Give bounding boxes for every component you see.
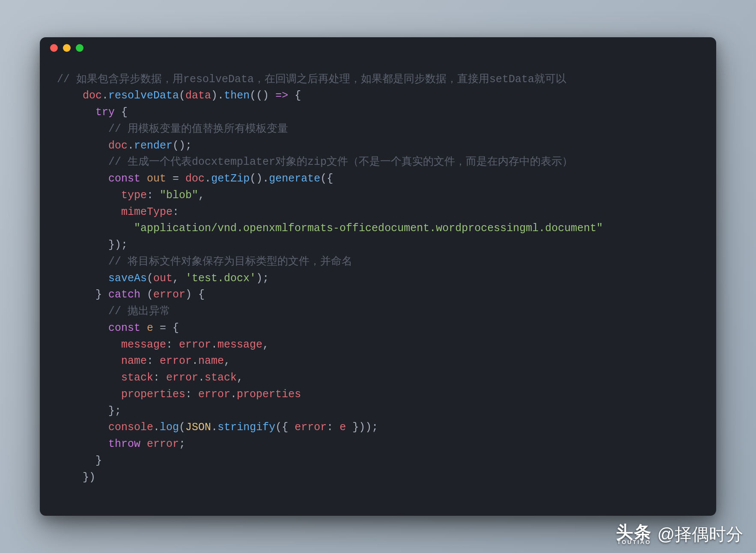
code-ident: doc — [83, 89, 102, 102]
code-punct: ({ — [275, 421, 295, 434]
code-comment: // 生成一个代表docxtemplater对象的zip文件（不是一个真实的文件… — [108, 156, 573, 168]
code-punct: = { — [153, 322, 179, 334]
code-key: mimeType — [121, 206, 173, 218]
close-dot-icon[interactable] — [50, 44, 58, 52]
code-punct: : — [147, 189, 160, 202]
code-punct: ( — [179, 421, 185, 434]
code-punct: . — [211, 421, 217, 434]
code-var: out — [147, 172, 166, 185]
code-punct: { — [115, 106, 128, 119]
code-method: getZip — [211, 172, 250, 185]
code-punct: } — [95, 455, 102, 467]
code-punct: : — [173, 206, 179, 218]
code-string: 'test.docx' — [185, 272, 256, 285]
code-comment: // 抛出异常 — [108, 305, 170, 318]
code-punct: : — [166, 339, 179, 351]
code-punct: ({ — [320, 172, 333, 185]
code-ident: error — [166, 372, 198, 384]
code-method: stringify — [217, 421, 275, 434]
code-param: error — [153, 288, 185, 301]
code-keyword: throw — [108, 438, 140, 450]
code-punct: ). — [211, 89, 224, 102]
code-method: then — [224, 89, 250, 102]
code-punct: . — [192, 355, 198, 367]
code-ident: error — [198, 388, 230, 401]
code-punct: , — [198, 189, 205, 202]
code-arrow: () — [256, 89, 275, 102]
code-punct: }; — [108, 405, 121, 417]
code-punct: ; — [179, 438, 185, 450]
code-punct: : — [185, 388, 198, 401]
minimize-dot-icon[interactable] — [63, 44, 71, 52]
code-keyword: try — [95, 106, 115, 119]
code-punct: ) { — [185, 288, 205, 301]
code-prop: name — [198, 355, 224, 367]
code-punct: : — [147, 355, 160, 367]
code-punct: . — [153, 421, 160, 434]
code-punct: ( — [147, 272, 153, 285]
code-punct: , — [224, 355, 230, 367]
code-string: "blob" — [160, 189, 198, 202]
code-punct: : — [327, 421, 339, 434]
code-ident: e — [339, 421, 346, 434]
watermark-handle: @择偶时分 — [657, 523, 743, 546]
code-punct: (). — [250, 172, 269, 185]
code-punct: = — [166, 172, 185, 185]
code-punct: ); — [256, 272, 269, 285]
code-punct: { — [288, 89, 301, 102]
code-ident: doc — [185, 172, 205, 185]
code-ident: console — [108, 421, 153, 434]
code-ident: error — [179, 339, 211, 351]
code-key: properties — [121, 388, 185, 401]
code-punct: }) — [83, 471, 95, 484]
code-punct: , — [237, 372, 243, 384]
code-method: resolveData — [108, 89, 179, 102]
code-string: "application/vnd.openxmlformats-officedo… — [134, 222, 603, 235]
code-method: saveAs — [108, 272, 147, 285]
code-window: // 如果包含异步数据，用resolveData，在回调之后再处理，如果都是同步… — [40, 37, 716, 516]
code-punct: : — [153, 372, 166, 384]
code-punct: ( — [140, 288, 153, 301]
code-punct: , — [173, 272, 185, 285]
code-punct: })); — [346, 421, 378, 434]
code-method: generate — [269, 172, 320, 185]
code-prop: stack — [205, 372, 237, 384]
code-punct: . — [205, 172, 211, 185]
watermark-logo-bot: TOUTIAO — [617, 540, 651, 545]
code-ident: doc — [108, 140, 128, 152]
code-punct: . — [102, 89, 108, 102]
code-punct: } — [95, 288, 108, 301]
maximize-dot-icon[interactable] — [76, 44, 83, 52]
code-key: type — [121, 189, 147, 202]
code-method: log — [160, 421, 179, 434]
code-prop: properties — [237, 388, 301, 401]
code-punct: . — [128, 140, 134, 152]
code-comment: // 将目标文件对象保存为目标类型的文件，并命名 — [108, 256, 352, 268]
code-punct: . — [211, 339, 217, 351]
code-key: stack — [121, 372, 153, 384]
code-punct: . — [198, 372, 205, 384]
code-obj: JSON — [185, 421, 211, 434]
code-comment: // 如果包含异步数据，用resolveData，在回调之后再处理，如果都是同步… — [57, 73, 566, 86]
code-arg: out — [153, 272, 173, 285]
code-method: render — [134, 140, 173, 152]
code-key: message — [121, 339, 166, 351]
code-comment: // 用模板变量的值替换所有模板变量 — [108, 123, 288, 135]
code-ident: error — [160, 355, 192, 367]
code-arrow: => — [275, 89, 288, 102]
code-punct: ( — [250, 89, 256, 102]
code-block: // 如果包含异步数据，用resolveData，在回调之后再处理，如果都是同步… — [40, 59, 716, 495]
code-keyword: catch — [108, 288, 140, 301]
window-titlebar — [40, 37, 716, 59]
watermark-logo-icon: 头条 TOUTIAO — [616, 524, 652, 545]
code-keyword: const — [108, 172, 140, 185]
code-keyword: const — [108, 322, 140, 334]
code-punct: }); — [108, 239, 128, 251]
code-key: name — [121, 355, 147, 367]
code-ident: error — [147, 438, 179, 450]
code-param: data — [185, 89, 211, 102]
code-var: e — [147, 322, 153, 334]
code-key: error — [295, 421, 327, 434]
code-prop: message — [217, 339, 262, 351]
code-punct: , — [262, 339, 269, 351]
